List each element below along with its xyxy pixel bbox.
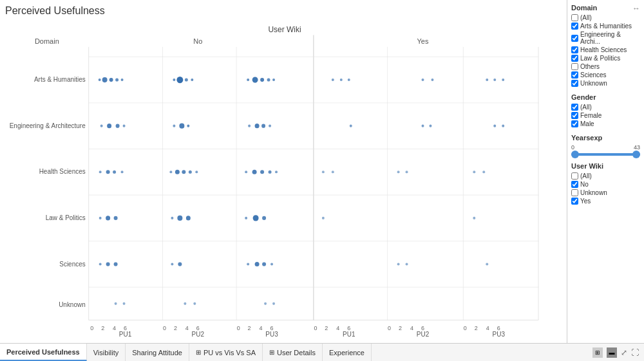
gender-male: Male <box>571 120 640 127</box>
svg-point-106 <box>275 171 278 173</box>
gender-male-checkbox[interactable] <box>571 120 578 127</box>
userwiki-all-checkbox[interactable] <box>571 172 578 180</box>
userwiki-filter-section: User Wiki (All) No Unknown Yes <box>571 162 640 205</box>
domain-filter-arts: Arts & Humanities <box>571 23 640 30</box>
svg-point-118 <box>186 216 191 220</box>
grid-view-button[interactable]: ⊞ <box>592 347 603 358</box>
domain-others-checkbox[interactable] <box>571 63 578 70</box>
main-area: Perceived Usefulness User Wiki No Yes <box>0 0 644 343</box>
gender-male-label: Male <box>580 120 594 127</box>
svg-point-135 <box>486 263 488 265</box>
fullscreen-icon[interactable]: ⛶ <box>631 348 639 357</box>
expand-icon[interactable]: ⤢ <box>621 348 627 357</box>
svg-point-109 <box>397 171 400 173</box>
svg-text:PU2: PU2 <box>417 331 430 337</box>
domain-filter-unknown: Unknown <box>571 80 640 87</box>
userwiki-yes-checkbox[interactable] <box>571 198 578 205</box>
domain-unknown-checkbox[interactable] <box>571 80 578 87</box>
svg-point-72 <box>422 79 424 81</box>
svg-point-62 <box>185 79 188 82</box>
svg-point-103 <box>252 170 257 174</box>
svg-text:2: 2 <box>248 325 251 331</box>
yearsexp-title: Yearsexp <box>571 134 640 142</box>
domain-filter-health: Health Sciences <box>571 46 640 53</box>
slider-thumb-right[interactable] <box>632 151 640 158</box>
svg-text:2: 2 <box>399 325 402 331</box>
svg-text:PU3: PU3 <box>265 331 278 337</box>
svg-point-91 <box>493 125 496 127</box>
userwiki-no-checkbox[interactable] <box>571 181 578 188</box>
yearsexp-slider-track[interactable] <box>571 153 640 156</box>
panel-move-icon[interactable]: ↔ <box>632 4 640 13</box>
bottom-right-controls: ⊞ ▬ ⤢ ⛶ <box>592 347 644 358</box>
slider-thumb-left[interactable] <box>571 151 579 158</box>
domain-filter-sciences: Sciences <box>571 71 640 79</box>
svg-point-122 <box>322 217 325 219</box>
svg-text:Arts & Humanities: Arts & Humanities <box>34 76 86 83</box>
svg-text:4: 4 <box>410 325 413 331</box>
svg-point-55 <box>99 79 101 81</box>
svg-text:4: 4 <box>336 325 339 331</box>
gender-all-checkbox[interactable] <box>571 104 578 111</box>
svg-text:Unknown: Unknown <box>59 301 86 308</box>
svg-point-121 <box>262 216 266 220</box>
app: Perceived Usefulness User Wiki No Yes <box>0 0 644 361</box>
svg-point-124 <box>99 263 102 265</box>
svg-point-119 <box>245 217 247 219</box>
svg-point-101 <box>195 171 198 173</box>
domain-unknown-label: Unknown <box>580 80 607 87</box>
yearsexp-section: Yearsexp 0 43 <box>571 134 640 156</box>
userwiki-filter-title: User Wiki <box>571 162 640 170</box>
domain-law-checkbox[interactable] <box>571 55 578 62</box>
domain-all-checkbox[interactable] <box>571 14 578 21</box>
svg-point-125 <box>106 262 110 266</box>
svg-point-69 <box>332 79 334 81</box>
userwiki-unknown-checkbox[interactable] <box>571 189 578 196</box>
svg-point-110 <box>406 171 408 173</box>
svg-point-71 <box>348 79 350 81</box>
svg-point-89 <box>422 125 424 127</box>
slider-max-label: 43 <box>634 144 640 151</box>
svg-point-78 <box>107 124 111 128</box>
gender-all: (All) <box>571 104 640 111</box>
domain-eng-label: Engineering & Archi... <box>580 31 640 45</box>
domain-sciences-checkbox[interactable] <box>571 71 578 79</box>
svg-point-80 <box>123 125 126 127</box>
svg-text:User Wiki: User Wiki <box>268 25 301 34</box>
domain-filter-law: Law & Politics <box>571 55 640 62</box>
list-view-button[interactable]: ▬ <box>607 347 617 358</box>
tab-user-details[interactable]: ⊞ User Details <box>263 344 323 361</box>
svg-text:4: 4 <box>113 325 116 331</box>
domain-law-label: Law & Politics <box>580 55 620 62</box>
userwiki-no: No <box>571 181 640 188</box>
domain-health-checkbox[interactable] <box>571 46 578 53</box>
svg-point-90 <box>429 125 431 127</box>
tab-experience[interactable]: Experience <box>323 344 372 361</box>
svg-point-77 <box>100 125 103 127</box>
tab-pu-vis-sa[interactable]: ⊞ PU vs Vis Vs SA <box>189 344 263 361</box>
domain-arts-checkbox[interactable] <box>571 23 578 30</box>
domain-filter-others: Others <box>571 63 640 70</box>
svg-point-128 <box>178 262 182 266</box>
svg-point-140 <box>264 302 267 305</box>
svg-text:2: 2 <box>325 325 328 331</box>
domain-health-label: Health Sciences <box>580 46 627 53</box>
chart-title: Perceived Usefulness <box>5 5 564 17</box>
tab-visibility[interactable]: Visibility <box>87 344 126 361</box>
svg-point-131 <box>262 262 266 266</box>
gender-filter-title: Gender <box>571 93 640 101</box>
tab-pu-vis-sa-label: PU vs Vis Vs SA <box>204 349 256 356</box>
svg-text:Engineering & Architecture: Engineering & Architecture <box>10 122 86 129</box>
svg-point-100 <box>189 171 192 174</box>
gender-female-checkbox[interactable] <box>571 112 578 119</box>
svg-point-83 <box>187 125 189 127</box>
svg-point-86 <box>261 124 265 128</box>
tab-sharing-attitude[interactable]: Sharing Attitude <box>126 344 189 361</box>
svg-text:4: 4 <box>185 325 189 331</box>
svg-point-79 <box>116 124 120 128</box>
tab-perceived-usefulness[interactable]: Perceived Usefulness <box>0 344 87 361</box>
svg-text:0: 0 <box>90 325 93 331</box>
gender-filter-section: Gender (All) Female Male <box>571 93 640 127</box>
svg-point-68 <box>272 79 275 81</box>
domain-eng-checkbox[interactable] <box>571 35 578 42</box>
